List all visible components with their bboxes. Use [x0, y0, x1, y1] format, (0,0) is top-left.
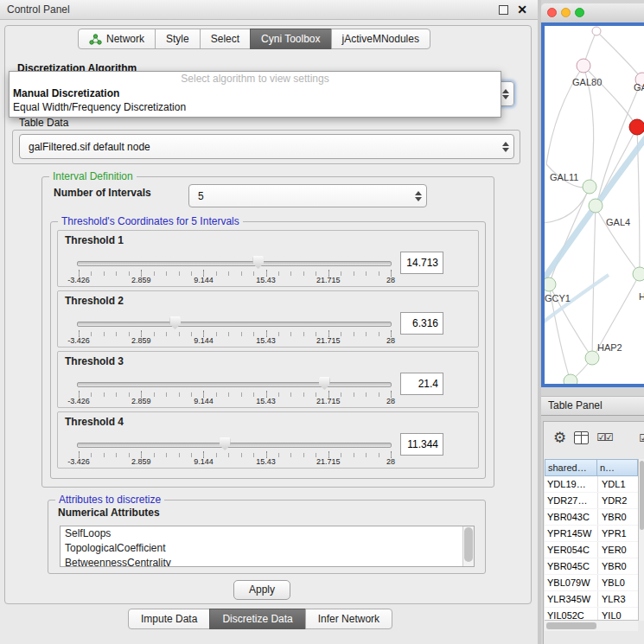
table-cell: YIL052C: [545, 608, 597, 620]
tab-network[interactable]: Network: [78, 29, 156, 49]
slider-track[interactable]: [79, 255, 390, 270]
tab-style[interactable]: Style: [155, 29, 201, 49]
threshold-panel: Threshold 1 -3.4262.8599.14415.4321.7152…: [57, 230, 479, 287]
network-node[interactable]: [577, 59, 590, 73]
list-item[interactable]: SelfLoops: [61, 526, 474, 541]
table-cell: YLR345W: [545, 591, 597, 607]
network-node[interactable]: [545, 277, 556, 291]
list-scrollbar[interactable]: [462, 526, 474, 566]
table-row[interactable]: YBL079WYBL0: [545, 575, 638, 591]
network-node[interactable]: [589, 199, 603, 213]
float-window-icon[interactable]: [499, 5, 508, 15]
tab-infer-network[interactable]: Infer Network: [305, 609, 392, 629]
slider-scale-label: 9.144: [194, 397, 214, 405]
network-node[interactable]: [564, 374, 577, 384]
table-data-group-title: Table Data: [19, 117, 68, 129]
table-header-row: shared… n…: [545, 459, 638, 476]
network-edge: [545, 188, 590, 223]
mac-close-button[interactable]: [547, 8, 557, 17]
scrollbar-thumb[interactable]: [546, 622, 596, 629]
numerical-attributes-list[interactable]: SelfLoops TopologicalCoefficient Between…: [60, 526, 475, 567]
network-node[interactable]: [633, 267, 644, 281]
network-node-label: HAP2: [597, 342, 622, 353]
slider-scale-label: 15.43: [256, 276, 276, 284]
network-canvas[interactable]: GAL80GAGAL11GAL4GCY1HHAP2: [545, 26, 644, 384]
horizontal-scrollbar[interactable]: [545, 620, 638, 631]
network-window-titlebar[interactable]: [541, 3, 644, 23]
num-intervals-combobox[interactable]: 5: [188, 184, 427, 207]
table-row[interactable]: YBR045CYBR0: [545, 558, 638, 575]
network-node-label: GAL4: [606, 217, 630, 227]
threshold-value-field[interactable]: [400, 252, 443, 274]
threshold-label: Threshold 4: [65, 416, 124, 428]
threshold-value-field[interactable]: [400, 312, 443, 335]
list-item[interactable]: BetweennessCentrality: [61, 556, 474, 567]
combo-stepper-icon: [415, 191, 422, 201]
tab-cyni-toolbox[interactable]: Cyni Toolbox: [250, 29, 331, 49]
tab-select[interactable]: Select: [200, 29, 251, 49]
slider-thumb[interactable]: [252, 256, 264, 269]
table-cell: YBR0: [597, 558, 638, 574]
threshold-panel: Threshold 3 -3.4262.8599.14415.4321.7152…: [57, 351, 479, 408]
table-row[interactable]: YIL052CYIL0: [545, 608, 638, 620]
checkbox-icon[interactable]: ☑: [639, 432, 644, 444]
table-panel-titlebar[interactable]: Table Panel: [541, 396, 644, 416]
table-cell: YBL079W: [545, 575, 597, 590]
slider-track[interactable]: [79, 437, 390, 451]
column-header[interactable]: n…: [596, 459, 638, 476]
table-row[interactable]: YLR345WYLR3: [545, 591, 638, 608]
table-row[interactable]: YDR27…YDR2: [545, 493, 638, 509]
table-row[interactable]: YDL19…YDL1: [545, 476, 638, 493]
network-window-frame: GAL80GAGAL11GAL4GCY1HHAP2: [541, 22, 644, 387]
tab-label: Cyni Toolbox: [261, 29, 320, 48]
tab-impute-data[interactable]: Impute Data: [128, 609, 210, 629]
slider-scale-label: 2.859: [131, 397, 151, 405]
scrollbar-thumb[interactable]: [464, 527, 473, 562]
slider-thumb[interactable]: [169, 316, 181, 329]
network-node[interactable]: [629, 119, 644, 135]
tab-jactivemnodules[interactable]: jActiveMNodules: [331, 29, 430, 49]
list-item[interactable]: TopologicalCoefficient: [61, 541, 474, 556]
network-node[interactable]: [585, 351, 599, 365]
select-columns-icon[interactable]: ☑☑: [596, 431, 612, 443]
close-icon[interactable]: ✕: [517, 2, 527, 17]
column-header[interactable]: shared…: [545, 459, 597, 476]
slider-scale: -3.4262.8599.14415.4321.71528: [79, 397, 391, 405]
gear-icon[interactable]: ⚙: [553, 430, 566, 445]
algorithm-dropdown-popup: Select algorithm to view settings Manual…: [9, 71, 501, 118]
table-row[interactable]: YER054CYER0: [545, 542, 638, 558]
table-data-value: galFiltered.sif default node: [29, 135, 150, 158]
slider-scale-label: 28: [386, 397, 395, 405]
dropdown-prompt: Select algorithm to view settings: [10, 72, 501, 86]
network-node[interactable]: [592, 27, 601, 35]
mac-minimize-button[interactable]: [561, 8, 571, 17]
table-data-combobox[interactable]: galFiltered.sif default node: [19, 134, 514, 159]
table-cell: YBR0: [597, 509, 638, 525]
apply-button[interactable]: Apply: [233, 580, 290, 600]
columns-icon[interactable]: [574, 431, 589, 444]
vertical-scrollbar[interactable]: [638, 459, 644, 621]
network-edge: [549, 187, 590, 284]
scrollbar-thumb[interactable]: [640, 461, 644, 530]
control-panel-titlebar[interactable]: Control Panel ✕: [0, 0, 538, 20]
slider-track[interactable]: [79, 316, 390, 330]
network-node[interactable]: [583, 180, 596, 194]
slider-scale: -3.4262.8599.14415.4321.71528: [79, 336, 391, 345]
mac-zoom-button[interactable]: [575, 8, 584, 17]
threshold-value-field[interactable]: [400, 373, 443, 395]
slider-track[interactable]: [79, 376, 390, 391]
dropdown-option[interactable]: Equal Width/Frequency Discretization: [10, 100, 501, 114]
table-row[interactable]: YPR145WYPR1: [545, 526, 638, 542]
combo-stepper-icon: [502, 142, 509, 152]
tab-discretize-data[interactable]: Discretize Data: [209, 609, 305, 629]
network-edge: [596, 80, 642, 205]
table-row[interactable]: YBR043CYBR0: [545, 509, 638, 526]
threshold-value-field[interactable]: [400, 433, 443, 456]
table-cell: YBL0: [597, 575, 638, 590]
application-root: Control Panel ✕ Network Style Select Cyn…: [0, 0, 644, 644]
slider-scale-label: 15.43: [256, 336, 276, 345]
slider-scale-label: 28: [386, 276, 395, 284]
slider-thumb[interactable]: [319, 377, 330, 390]
dropdown-option[interactable]: Manual Discretization: [10, 86, 501, 100]
slider-thumb[interactable]: [220, 437, 231, 450]
